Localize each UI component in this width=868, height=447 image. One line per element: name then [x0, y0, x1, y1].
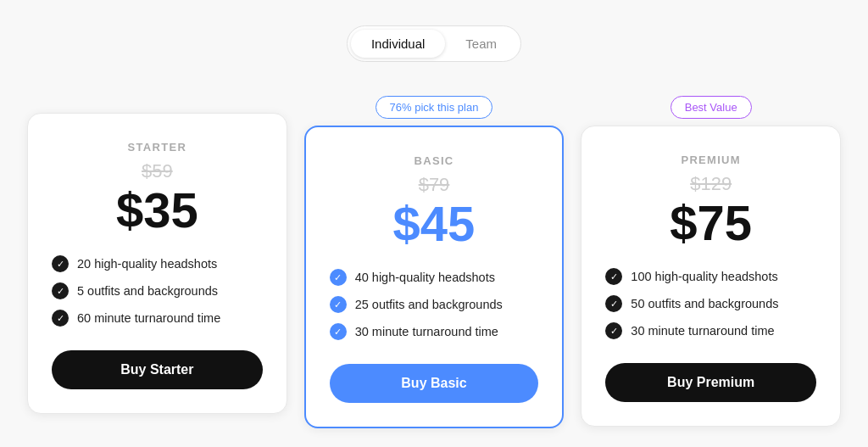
original-price-premium: $129 — [605, 173, 816, 195]
plan-name-starter: STARTER — [52, 141, 263, 154]
list-item: ✓60 minute turnaround time — [52, 310, 263, 327]
check-icon: ✓ — [330, 296, 347, 313]
card-starter: STARTER$59$35✓20 high-quality headshots✓… — [27, 113, 287, 414]
buy-button-basic[interactable]: Buy Basic — [330, 364, 539, 403]
current-price-basic: $45 — [330, 199, 539, 249]
check-icon: ✓ — [52, 282, 69, 299]
feature-text: 100 high-quality headshots — [631, 270, 777, 283]
check-icon: ✓ — [605, 322, 622, 339]
pricing-cards: STARTER$59$35✓20 high-quality headshots✓… — [27, 96, 841, 428]
badge-basic: 76% pick this plan — [376, 96, 493, 119]
card-premium: PREMIUM$129$75✓100 high-quality headshot… — [581, 126, 841, 427]
check-icon: ✓ — [605, 268, 622, 285]
check-icon: ✓ — [330, 323, 347, 340]
list-item: ✓100 high-quality headshots — [605, 268, 816, 285]
feature-text: 5 outfits and backgrounds — [77, 284, 218, 298]
original-price-starter: $59 — [52, 160, 263, 182]
buy-button-premium[interactable]: Buy Premium — [605, 363, 816, 402]
features-starter: ✓20 high-quality headshots✓5 outfits and… — [52, 255, 263, 327]
current-price-premium: $75 — [605, 198, 816, 248]
check-icon: ✓ — [52, 255, 69, 272]
features-basic: ✓40 high-quality headshots✓25 outfits an… — [330, 269, 539, 340]
plan-name-premium: PREMIUM — [605, 154, 816, 166]
individual-toggle[interactable]: Individual — [351, 30, 445, 58]
card-wrapper-basic: 76% pick this planBASIC$79$45✓40 high-qu… — [304, 96, 565, 428]
team-toggle[interactable]: Team — [445, 30, 517, 58]
list-item: ✓50 outfits and backgrounds — [605, 295, 816, 312]
current-price-starter: $35 — [52, 186, 263, 235]
original-price-basic: $79 — [330, 174, 539, 196]
features-premium: ✓100 high-quality headshots✓50 outfits a… — [605, 268, 816, 339]
list-item: ✓25 outfits and backgrounds — [330, 296, 539, 313]
list-item: ✓40 high-quality headshots — [330, 269, 539, 286]
list-item: ✓20 high-quality headshots — [52, 255, 263, 272]
badge-premium: Best Value — [670, 96, 752, 119]
list-item: ✓5 outfits and backgrounds — [52, 282, 263, 299]
card-wrapper-premium: Best ValuePREMIUM$129$75✓100 high-qualit… — [581, 96, 841, 427]
check-icon: ✓ — [52, 310, 69, 327]
check-icon: ✓ — [330, 269, 347, 286]
list-item: ✓30 minute turnaround time — [330, 323, 539, 340]
buy-button-starter[interactable]: Buy Starter — [52, 350, 263, 389]
plan-toggle: Individual Team — [347, 25, 521, 62]
card-basic: BASIC$79$45✓40 high-quality headshots✓25… — [304, 126, 565, 428]
feature-text: 50 outfits and backgrounds — [631, 297, 778, 310]
list-item: ✓30 minute turnaround time — [605, 322, 816, 339]
feature-text: 30 minute turnaround time — [631, 324, 774, 338]
feature-text: 40 high-quality headshots — [355, 271, 495, 284]
card-wrapper-starter: STARTER$59$35✓20 high-quality headshots✓… — [27, 96, 287, 414]
feature-text: 30 minute turnaround time — [355, 325, 498, 338]
feature-text: 20 high-quality headshots — [77, 257, 217, 271]
feature-text: 25 outfits and backgrounds — [355, 298, 503, 311]
feature-text: 60 minute turnaround time — [77, 311, 220, 325]
plan-name-basic: BASIC — [330, 154, 539, 167]
check-icon: ✓ — [605, 295, 622, 312]
